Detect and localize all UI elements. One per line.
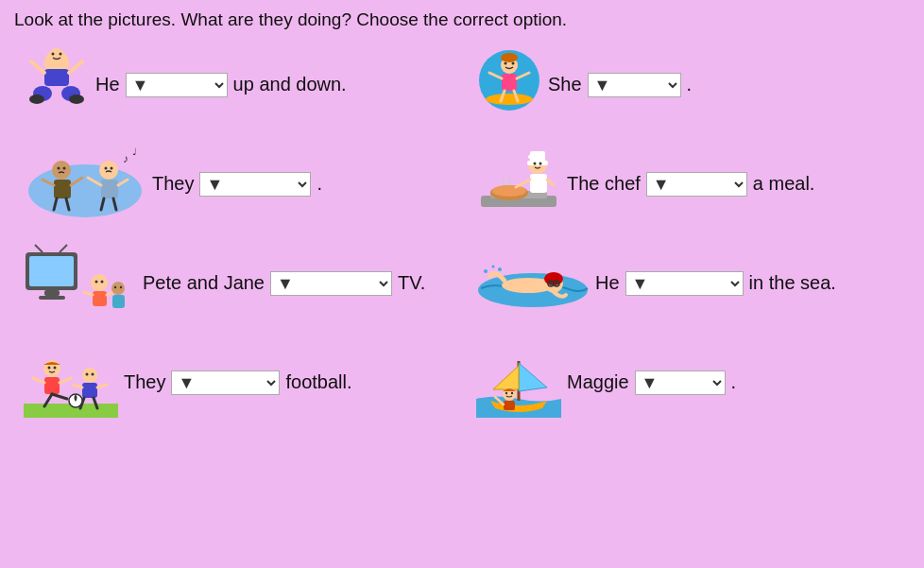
svg-point-66 [95,281,98,284]
svg-point-68 [114,286,116,288]
ex5-dropdown[interactable]: ▼watchare watchingwatches [270,271,392,296]
svg-point-97 [86,373,89,376]
svg-line-59 [60,245,67,252]
svg-line-87 [33,378,44,383]
svg-point-64 [111,282,125,295]
svg-point-22 [28,164,142,217]
svg-line-3 [31,61,44,73]
svg-point-76 [498,267,502,271]
svg-point-10 [60,53,62,56]
exercise-item-6: He ▼swimsis swimmingswim in the sea. [462,233,915,333]
svg-point-105 [511,392,513,394]
image-swimming-man [476,252,590,314]
exercise-item-8: Maggie ▼sailsis sailingsail . [462,333,915,432]
svg-line-62 [84,292,93,295]
image-sailing [476,342,561,422]
exercise-item-2: She ▼surfsis surfingsurf . [462,35,915,134]
svg-point-90 [54,367,57,370]
svg-rect-84 [44,377,60,394]
ex1-subject: He [95,74,120,95]
svg-line-88 [60,378,71,383]
svg-point-40 [63,167,66,170]
exercise-item-7: They ▼playare playingplays football. [9,333,462,432]
ex8-dropdown[interactable]: ▼sailsis sailingsail [635,370,726,395]
svg-point-23 [99,161,118,180]
ex2-dropdown[interactable]: ▼surfsis surfingsurf [588,73,681,97]
image-arguing-people: ♪ ♩ [24,144,146,224]
ex6-subject: He [595,272,620,294]
svg-point-78 [556,283,558,285]
svg-line-4 [69,61,82,73]
svg-rect-55 [29,256,74,286]
svg-point-77 [550,283,553,285]
svg-point-75 [492,266,495,268]
ex8-subject: Maggie [567,371,629,393]
svg-point-53 [539,163,542,165]
image-playing-football [24,342,118,422]
svg-line-50 [516,180,530,187]
svg-point-89 [48,367,51,370]
svg-rect-57 [39,296,65,300]
svg-point-20 [512,62,515,65]
exercise-item-1: He ▼jumpsis jumpingjump up and down. [9,35,462,134]
svg-point-12 [486,94,533,105]
ex7-suffix: football. [285,371,351,393]
image-girl-surfing [476,44,542,125]
exercise-item-4: The chef ▼cooksis cookingcook a meal. [462,134,915,233]
svg-rect-56 [44,290,60,296]
ex8-suffix: . [731,371,737,393]
svg-point-21 [501,53,518,62]
svg-point-67 [101,281,104,284]
svg-point-52 [534,163,537,165]
svg-text:♩: ♩ [132,146,137,157]
svg-line-58 [35,245,43,252]
ex2-subject: She [548,74,582,95]
ex6-suffix: in the sea. [749,272,836,294]
ex4-subject: The chef [567,173,641,195]
svg-point-33 [52,161,71,180]
image-watching-tv [24,243,137,323]
svg-rect-61 [93,291,107,306]
svg-rect-24 [101,180,118,198]
svg-point-29 [105,167,108,170]
ex2-suffix: . [687,74,693,95]
svg-rect-92 [82,383,97,398]
svg-point-104 [505,392,507,394]
exercise-item-3: ♪ ♩ They ▼argueare arguingargued . [9,134,462,233]
svg-point-9 [52,53,55,56]
ex5-suffix: TV. [398,272,425,294]
svg-rect-47 [527,161,548,165]
svg-point-19 [505,62,507,65]
ex7-dropdown[interactable]: ▼playare playingplays [171,370,280,395]
svg-rect-48 [528,153,545,161]
svg-rect-49 [530,174,547,193]
ex4-dropdown[interactable]: ▼cooksis cookingcook [646,172,747,197]
ex3-subject: They [152,173,194,195]
svg-rect-14 [502,74,517,91]
image-chef-cooking [476,144,561,224]
ex7-subject: They [124,371,165,393]
svg-point-69 [120,286,122,288]
svg-line-94 [97,385,107,387]
svg-rect-102 [504,401,515,410]
ex3-suffix: . [317,173,322,195]
svg-point-8 [69,95,84,104]
svg-point-74 [484,269,488,273]
ex6-dropdown[interactable]: ▼swimsis swimmingswim [625,271,744,296]
image-jumping-man [24,44,90,125]
ex3-dropdown[interactable]: ▼argueare arguingargued [199,172,311,197]
svg-point-98 [92,373,94,376]
content-area: He ▼jumpsis jumpingjump up and down. [0,35,924,432]
svg-rect-34 [54,180,71,198]
ex1-dropdown[interactable]: ▼jumpsis jumpingjump [126,73,228,97]
ex1-suffix: up and down. [233,74,347,95]
svg-point-44 [492,185,526,197]
svg-line-93 [73,385,82,387]
instructions-text: Look at the pictures. What are they doin… [0,0,924,35]
svg-line-86 [52,394,67,399]
svg-line-51 [547,180,554,185]
svg-rect-2 [44,69,69,86]
exercise-item-5: Pete and Jane ▼watchare watchingwatches … [9,233,462,333]
ex4-suffix: a meal. [753,173,815,195]
svg-point-1 [49,48,64,63]
